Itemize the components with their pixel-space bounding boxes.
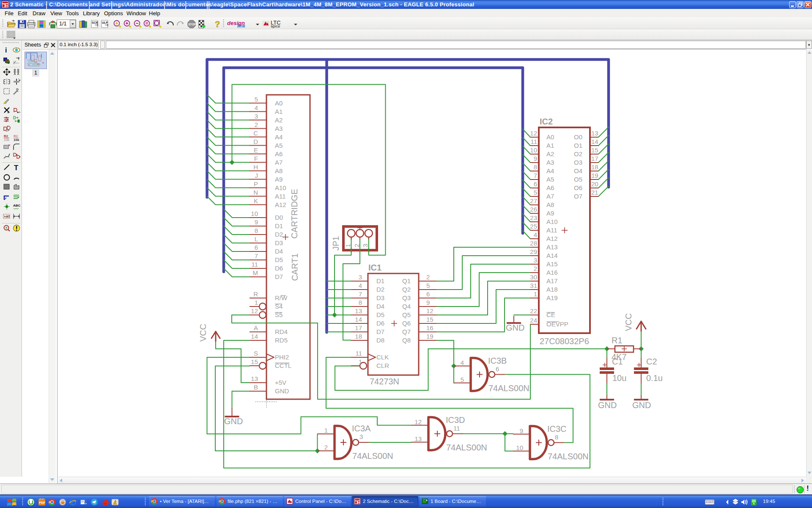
svg-text:GND: GND xyxy=(275,387,289,395)
svg-text:A18: A18 xyxy=(546,286,558,293)
svg-text:6: 6 xyxy=(255,244,258,251)
svg-text:10u: 10u xyxy=(612,373,626,383)
svg-text:D7: D7 xyxy=(275,273,283,280)
svg-text:8: 8 xyxy=(359,299,362,306)
svg-text:5: 5 xyxy=(461,376,464,383)
svg-text:30: 30 xyxy=(530,273,537,281)
svg-text:Q5: Q5 xyxy=(402,311,411,318)
svg-text:9: 9 xyxy=(520,427,523,434)
svg-text:A16: A16 xyxy=(546,269,558,276)
svg-text:12: 12 xyxy=(414,418,422,425)
svg-text:A2: A2 xyxy=(546,150,554,157)
svg-text:A1: A1 xyxy=(546,142,554,149)
svg-text:O4: O4 xyxy=(574,167,582,174)
svg-text:4: 4 xyxy=(461,359,464,366)
svg-text:A12: A12 xyxy=(546,235,558,242)
svg-text:7: 7 xyxy=(359,290,362,298)
svg-text:74273N: 74273N xyxy=(370,377,399,386)
svg-text:5: 5 xyxy=(426,282,430,289)
svg-text:A5: A5 xyxy=(546,176,554,183)
svg-text:14: 14 xyxy=(591,138,598,145)
svg-text:D2: D2 xyxy=(376,286,384,293)
svg-text:25: 25 xyxy=(530,223,537,230)
svg-text:0.1u: 0.1u xyxy=(646,373,663,383)
svg-text:JP1: JP1 xyxy=(331,236,340,251)
svg-text:M: M xyxy=(253,269,258,276)
svg-text:16: 16 xyxy=(426,324,433,331)
svg-text:12: 12 xyxy=(251,307,258,315)
svg-text:>AT: >AT xyxy=(4,215,10,218)
svg-text:15: 15 xyxy=(591,146,598,154)
svg-text:9: 9 xyxy=(255,218,258,226)
svg-text:2: 2 xyxy=(426,273,430,281)
svg-text:7: 7 xyxy=(534,172,537,179)
svg-text:S: S xyxy=(254,350,258,357)
svg-text:4: 4 xyxy=(359,282,362,289)
svg-text:D7: D7 xyxy=(376,328,384,335)
svg-text:74ALS00N: 74ALS00N xyxy=(446,443,487,452)
svg-text:10k: 10k xyxy=(14,138,19,141)
svg-text:O2: O2 xyxy=(574,150,582,157)
svg-text:17: 17 xyxy=(591,155,598,162)
svg-text:A10: A10 xyxy=(275,184,286,191)
svg-text:11: 11 xyxy=(453,425,460,432)
svg-text:13: 13 xyxy=(591,130,598,137)
svg-text:A2: A2 xyxy=(275,116,283,124)
svg-text:21: 21 xyxy=(591,189,598,196)
svg-text:O5: O5 xyxy=(574,176,582,183)
svg-text:15: 15 xyxy=(251,358,258,365)
svg-text:RD4: RD4 xyxy=(275,328,288,335)
svg-text:A7: A7 xyxy=(546,193,554,200)
svg-text:Q8: Q8 xyxy=(402,337,411,344)
svg-text:8: 8 xyxy=(555,433,558,441)
svg-text:O1: O1 xyxy=(574,142,582,149)
svg-text:IC3C: IC3C xyxy=(547,424,567,433)
svg-text:F: F xyxy=(254,155,258,162)
svg-text:VCC: VCC xyxy=(198,324,208,342)
svg-text:19: 19 xyxy=(426,333,433,340)
svg-text:STOP: STOP xyxy=(188,23,196,26)
svg-text:GND: GND xyxy=(224,417,243,426)
svg-text:CARTRIDGE: CARTRIDGE xyxy=(290,189,299,238)
svg-text:2: 2 xyxy=(324,444,328,451)
svg-text:A17: A17 xyxy=(546,277,558,284)
svg-text:Q6: Q6 xyxy=(402,320,411,327)
svg-text:A5: A5 xyxy=(275,142,283,149)
svg-text:E: E xyxy=(254,146,258,154)
svg-text:R2: R2 xyxy=(4,134,8,138)
svg-text:A: A xyxy=(254,324,258,331)
svg-text:4: 4 xyxy=(255,104,258,111)
svg-text:12: 12 xyxy=(530,130,537,137)
svg-text:D0: D0 xyxy=(275,214,283,221)
svg-text:A8: A8 xyxy=(546,201,554,208)
svg-text:3: 3 xyxy=(362,244,369,247)
svg-text:7: 7 xyxy=(255,252,258,260)
svg-text:D3: D3 xyxy=(376,294,384,301)
svg-text:4: 4 xyxy=(534,231,537,238)
svg-text:6: 6 xyxy=(496,365,499,373)
svg-text:23: 23 xyxy=(530,214,537,221)
svg-text:A11: A11 xyxy=(275,193,286,200)
svg-text:RD5: RD5 xyxy=(275,337,288,344)
svg-text:5: 5 xyxy=(534,189,537,196)
svg-text:74ALS00N: 74ALS00N xyxy=(548,452,589,461)
svg-text:J: J xyxy=(255,172,258,179)
svg-text:13: 13 xyxy=(355,307,362,315)
svg-text:1: 1 xyxy=(324,427,328,434)
svg-text:Q7: Q7 xyxy=(402,328,411,335)
svg-text:1: 1 xyxy=(534,290,537,298)
svg-text:ABC: ABC xyxy=(13,204,20,207)
svg-text:C: C xyxy=(253,130,258,137)
svg-text:H: H xyxy=(253,163,258,171)
svg-text:A13: A13 xyxy=(546,243,558,251)
svg-text:A9: A9 xyxy=(275,176,283,183)
svg-text:D5: D5 xyxy=(376,311,384,318)
svg-text:10: 10 xyxy=(530,146,537,154)
svg-text:A6: A6 xyxy=(275,150,283,157)
svg-text:D1: D1 xyxy=(275,222,283,229)
svg-text:11: 11 xyxy=(251,261,258,268)
svg-text:A7: A7 xyxy=(275,159,283,166)
svg-text:27C08032P6: 27C08032P6 xyxy=(540,337,589,346)
svg-text:N: N xyxy=(253,189,258,196)
svg-text:O7: O7 xyxy=(574,193,582,200)
